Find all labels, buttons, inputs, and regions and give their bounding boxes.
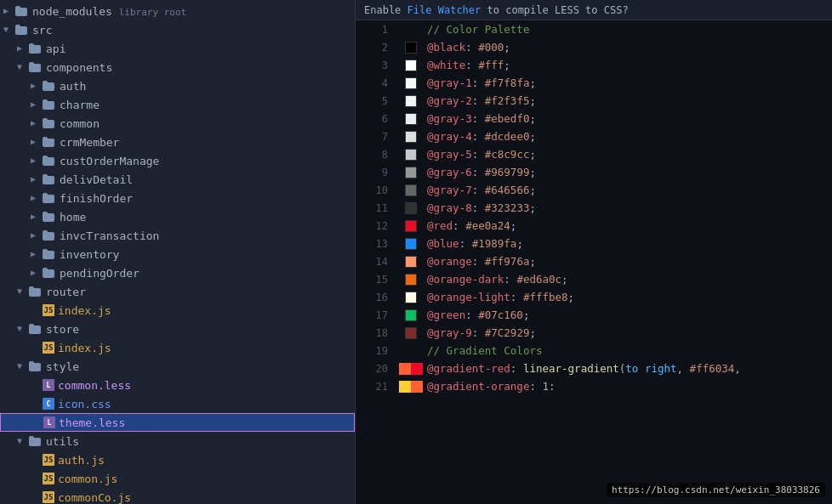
color-swatch[interactable] bbox=[405, 59, 417, 71]
css-file-icon: C bbox=[43, 398, 54, 410]
color-swatch[interactable] bbox=[405, 149, 417, 161]
folder-icon bbox=[29, 324, 43, 334]
swatch-row bbox=[398, 288, 424, 306]
tree-item-style[interactable]: style bbox=[0, 357, 355, 376]
arrow-icon bbox=[17, 436, 27, 446]
tree-item-node-modules[interactable]: node_modules library root bbox=[0, 2, 355, 20]
swatch-row bbox=[398, 324, 424, 342]
tree-item-inventory[interactable]: inventory bbox=[0, 245, 355, 263]
color-swatch[interactable] bbox=[411, 363, 423, 375]
item-label: node_modules library root bbox=[32, 5, 186, 18]
swatch-row bbox=[398, 56, 424, 74]
line-num: 11 bbox=[356, 199, 391, 217]
item-label: charme bbox=[60, 99, 100, 111]
color-swatch[interactable] bbox=[405, 292, 417, 303]
color-swatch[interactable] bbox=[405, 184, 417, 196]
tree-item-pendingorder[interactable]: pendingOrder bbox=[0, 263, 355, 282]
tree-item-theme-less[interactable]: L theme.less bbox=[0, 413, 355, 432]
tree-item-invctransaction[interactable]: invcTransaction bbox=[0, 226, 355, 245]
color-swatch[interactable] bbox=[405, 95, 417, 107]
tree-item-finishorder[interactable]: finishOrder bbox=[0, 189, 355, 207]
line-num: 20 bbox=[356, 360, 391, 377]
color-swatch[interactable] bbox=[405, 309, 417, 321]
color-swatch[interactable] bbox=[405, 238, 417, 250]
tree-item-store[interactable]: store bbox=[0, 320, 355, 338]
item-label: auth bbox=[60, 80, 86, 93]
arrow-icon bbox=[17, 324, 27, 334]
color-swatch[interactable] bbox=[399, 381, 411, 393]
swatch-row bbox=[398, 127, 424, 145]
color-swatch[interactable] bbox=[405, 77, 417, 89]
color-swatch[interactable] bbox=[405, 42, 417, 54]
folder-icon bbox=[43, 249, 56, 259]
tree-item-auth-js[interactable]: JS auth.js bbox=[0, 450, 355, 469]
color-swatch[interactable] bbox=[411, 381, 423, 393]
folder-icon bbox=[29, 43, 43, 54]
code-line-6: @gray-3: #ebedf0; bbox=[427, 110, 832, 127]
code-line-7: @gray-4: #dcdee0; bbox=[427, 127, 832, 145]
line-num: 12 bbox=[356, 217, 391, 235]
tree-item-utils[interactable]: utils bbox=[0, 432, 355, 450]
code-lines: // Color Palette @black: #000; @white: #… bbox=[424, 20, 832, 504]
color-swatch[interactable] bbox=[405, 167, 417, 178]
color-swatch[interactable] bbox=[405, 131, 417, 143]
code-line-15: @orange-dark: #ed6a0c; bbox=[427, 270, 832, 288]
var-name: @black bbox=[427, 41, 465, 54]
tree-item-charme[interactable]: charme bbox=[0, 95, 355, 114]
color-swatch[interactable] bbox=[399, 363, 411, 375]
var-value: #ed6a0c bbox=[516, 273, 561, 286]
tree-item-common-less[interactable]: L common.less bbox=[0, 376, 355, 394]
tree-item-common[interactable]: common bbox=[0, 114, 355, 133]
code-line-3: @white: #fff; bbox=[427, 56, 832, 74]
tree-item-custordermanage[interactable]: custOrderManage bbox=[0, 151, 355, 170]
tree-item-router[interactable]: router bbox=[0, 282, 355, 301]
item-label: inventory bbox=[60, 248, 119, 261]
var-name: @gradient-red bbox=[427, 362, 510, 375]
tree-item-router-index[interactable]: JS index.js bbox=[0, 301, 355, 320]
tree-item-src[interactable]: src bbox=[0, 20, 355, 39]
var-name: @gray-4 bbox=[427, 130, 472, 143]
item-label: custOrderManage bbox=[60, 155, 159, 167]
color-swatch[interactable] bbox=[405, 256, 417, 268]
color-swatch[interactable] bbox=[405, 274, 417, 286]
var-value: #f7f8fa bbox=[485, 76, 530, 89]
line-num: 5 bbox=[356, 92, 391, 110]
color-swatch[interactable] bbox=[405, 220, 417, 232]
tree-item-store-index[interactable]: JS index.js bbox=[0, 338, 355, 357]
swatch-row bbox=[398, 74, 424, 92]
line-num: 17 bbox=[356, 306, 391, 324]
var-value: #c8c9cc bbox=[485, 148, 530, 161]
var-name: @gray-7 bbox=[427, 184, 472, 196]
tree-item-components[interactable]: components bbox=[0, 58, 355, 76]
file-watcher-link[interactable]: File Watcher bbox=[407, 4, 482, 16]
line-num: 21 bbox=[356, 377, 391, 395]
tree-item-home[interactable]: home bbox=[0, 207, 355, 226]
tree-item-common-js[interactable]: JS common.js bbox=[0, 469, 355, 488]
swatch-row bbox=[398, 306, 424, 324]
watermark: https://blog.csdn.net/weixin_38033826 bbox=[607, 483, 825, 497]
tree-item-api[interactable]: api bbox=[0, 39, 355, 58]
arrow-icon bbox=[3, 6, 14, 16]
item-label: commonCo.js bbox=[58, 491, 131, 504]
item-label: auth.js bbox=[58, 454, 105, 467]
file-tree[interactable]: node_modules library root src api compon… bbox=[0, 0, 356, 504]
color-swatch[interactable] bbox=[405, 113, 417, 125]
color-swatch[interactable] bbox=[405, 202, 417, 214]
less-file-icon: L bbox=[43, 416, 55, 428]
swatch-row bbox=[398, 92, 424, 110]
tree-item-icon-css[interactable]: C icon.css bbox=[0, 394, 355, 413]
tree-item-auth[interactable]: auth bbox=[0, 76, 355, 95]
tree-item-delivdetail[interactable]: delivDetail bbox=[0, 170, 355, 189]
color-swatch[interactable] bbox=[405, 327, 417, 339]
var-name: @orange-light bbox=[427, 291, 510, 303]
tree-item-commonco-js[interactable]: JS commonCo.js bbox=[0, 488, 355, 504]
comment-text: // Gradient Colors bbox=[427, 344, 542, 357]
tree-item-crmmember[interactable]: crmMember bbox=[0, 133, 355, 151]
var-value: #fffbe8 bbox=[523, 291, 568, 303]
swatch-row bbox=[398, 110, 424, 127]
arrow-icon bbox=[31, 99, 41, 110]
code-line-20: @gradient-red: linear-gradient(to right,… bbox=[427, 360, 832, 377]
folder-icon bbox=[43, 174, 56, 184]
swatch-row bbox=[398, 235, 424, 252]
line-num: 14 bbox=[356, 252, 391, 270]
